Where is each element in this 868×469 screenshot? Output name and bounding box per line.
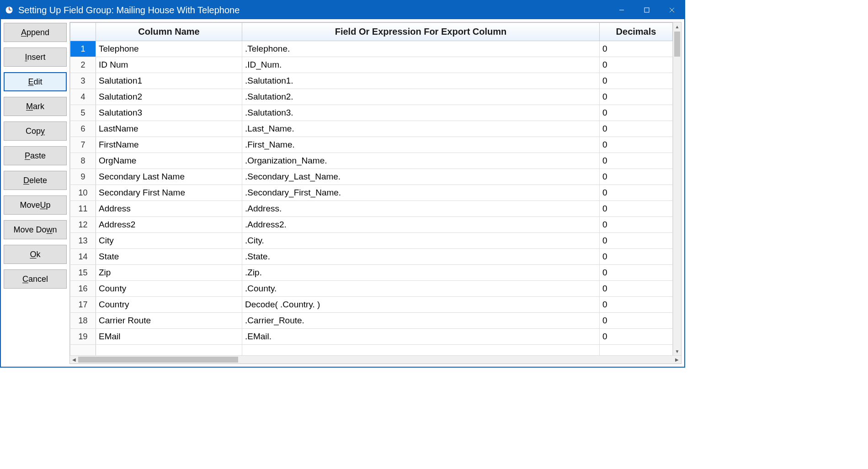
cell-expression[interactable]: .Salutation3.: [242, 105, 600, 121]
ok-button[interactable]: Ok: [4, 245, 67, 264]
table-row[interactable]: 6LastName.Last_Name.0: [70, 121, 673, 137]
horizontal-scrollbar[interactable]: ◀ ▶: [70, 355, 681, 364]
row-number[interactable]: 15: [70, 265, 96, 281]
mark-button[interactable]: Mark: [4, 97, 67, 116]
cell-expression[interactable]: .Secondary_First_Name.: [242, 185, 600, 201]
table-row[interactable]: 11Address.Address.0: [70, 201, 673, 217]
cancel-button[interactable]: Cancel: [4, 269, 67, 289]
close-button[interactable]: [659, 1, 684, 19]
paste-button[interactable]: Paste: [4, 146, 67, 165]
row-number[interactable]: 17: [70, 297, 96, 313]
row-number[interactable]: 14: [70, 249, 96, 265]
table-row[interactable]: 12Address2.Address2.0: [70, 217, 673, 233]
moveup-button[interactable]: Move Up: [4, 195, 67, 215]
row-number[interactable]: 5: [70, 105, 96, 121]
row-number[interactable]: 1: [70, 41, 96, 57]
table-row[interactable]: 17CountryDecode( .Country. )0: [70, 297, 673, 313]
table-row[interactable]: 10Secondary First Name.Secondary_First_N…: [70, 185, 673, 201]
header-expression[interactable]: Field Or Expression For Export Column: [242, 23, 600, 41]
cell-expression[interactable]: .Organization_Name.: [242, 153, 600, 169]
table-row[interactable]: 16County.County.0: [70, 281, 673, 297]
row-number[interactable]: 18: [70, 313, 96, 329]
cell-expression[interactable]: .City.: [242, 233, 600, 249]
cell-column-name[interactable]: Telephone: [96, 41, 242, 57]
cell-decimals[interactable]: 0: [600, 265, 673, 281]
minimize-button[interactable]: [609, 1, 634, 19]
table-row[interactable]: 19EMail.EMail.0: [70, 329, 673, 345]
header-rownum[interactable]: [70, 23, 96, 41]
row-number[interactable]: 12: [70, 217, 96, 233]
cell-column-name[interactable]: City: [96, 233, 242, 249]
cell-expression[interactable]: .Last_Name.: [242, 121, 600, 137]
table-row[interactable]: 5Salutation3.Salutation3.0: [70, 105, 673, 121]
cell-expression[interactable]: .Carrier_Route.: [242, 313, 600, 329]
cell-expression[interactable]: Decode( .Country. ): [242, 297, 600, 313]
cell-decimals[interactable]: 0: [600, 105, 673, 121]
empty-cell[interactable]: [600, 345, 673, 356]
append-button[interactable]: Append: [4, 23, 67, 42]
scroll-up-icon[interactable]: ▲: [673, 22, 681, 31]
cell-column-name[interactable]: Address: [96, 201, 242, 217]
titlebar[interactable]: Setting Up Field Group: Mailing House Wi…: [1, 1, 684, 19]
cell-expression[interactable]: .Zip.: [242, 265, 600, 281]
empty-cell[interactable]: [70, 345, 96, 356]
row-number[interactable]: 4: [70, 89, 96, 105]
table-row[interactable]: 8OrgName.Organization_Name.0: [70, 153, 673, 169]
maximize-button[interactable]: [634, 1, 659, 19]
cell-decimals[interactable]: 0: [600, 249, 673, 265]
table-row[interactable]: 14State.State.0: [70, 249, 673, 265]
row-number[interactable]: 6: [70, 121, 96, 137]
cell-expression[interactable]: .Address2.: [242, 217, 600, 233]
cell-column-name[interactable]: OrgName: [96, 153, 242, 169]
row-number[interactable]: 19: [70, 329, 96, 345]
row-number[interactable]: 2: [70, 57, 96, 73]
cell-expression[interactable]: .Telephone.: [242, 41, 600, 57]
cell-expression[interactable]: .First_Name.: [242, 137, 600, 153]
table-row[interactable]: 1Telephone.Telephone.0: [70, 41, 673, 57]
row-number[interactable]: 8: [70, 153, 96, 169]
header-column-name[interactable]: Column Name: [96, 23, 242, 41]
cell-decimals[interactable]: 0: [600, 57, 673, 73]
cell-column-name[interactable]: LastName: [96, 121, 242, 137]
cell-column-name[interactable]: Address2: [96, 217, 242, 233]
copy-button[interactable]: Copy: [4, 121, 67, 141]
cell-column-name[interactable]: Salutation1: [96, 73, 242, 89]
row-number[interactable]: 13: [70, 233, 96, 249]
insert-button[interactable]: Insert: [4, 47, 67, 67]
cell-expression[interactable]: .Salutation1.: [242, 73, 600, 89]
scroll-left-icon[interactable]: ◀: [70, 356, 78, 364]
cell-expression[interactable]: .County.: [242, 281, 600, 297]
cell-column-name[interactable]: Secondary Last Name: [96, 169, 242, 185]
table-row[interactable]: 9Secondary Last Name.Secondary_Last_Name…: [70, 169, 673, 185]
cell-decimals[interactable]: 0: [600, 281, 673, 297]
row-number[interactable]: 16: [70, 281, 96, 297]
table-row[interactable]: 15Zip.Zip.0: [70, 265, 673, 281]
cell-decimals[interactable]: 0: [600, 233, 673, 249]
table-row[interactable]: 4Salutation2.Salutation2.0: [70, 89, 673, 105]
cell-decimals[interactable]: 0: [600, 201, 673, 217]
table-row[interactable]: 18Carrier Route.Carrier_Route.0: [70, 313, 673, 329]
cell-expression[interactable]: .Secondary_Last_Name.: [242, 169, 600, 185]
cell-decimals[interactable]: 0: [600, 169, 673, 185]
vertical-scroll-thumb[interactable]: [674, 32, 680, 57]
header-decimals[interactable]: Decimals: [600, 23, 673, 41]
cell-column-name[interactable]: County: [96, 281, 242, 297]
cell-column-name[interactable]: Country: [96, 297, 242, 313]
cell-column-name[interactable]: State: [96, 249, 242, 265]
vertical-scrollbar[interactable]: ▲ ▼: [673, 22, 681, 355]
cell-expression[interactable]: .Address.: [242, 201, 600, 217]
cell-decimals[interactable]: 0: [600, 89, 673, 105]
cell-column-name[interactable]: Carrier Route: [96, 313, 242, 329]
table-row-empty[interactable]: [70, 345, 673, 356]
row-number[interactable]: 11: [70, 201, 96, 217]
scroll-down-icon[interactable]: ▼: [673, 347, 681, 355]
cell-column-name[interactable]: EMail: [96, 329, 242, 345]
cell-column-name[interactable]: ID Num: [96, 57, 242, 73]
cell-decimals[interactable]: 0: [600, 121, 673, 137]
cell-decimals[interactable]: 0: [600, 41, 673, 57]
row-number[interactable]: 10: [70, 185, 96, 201]
row-number[interactable]: 9: [70, 169, 96, 185]
horizontal-scroll-thumb[interactable]: [78, 357, 238, 363]
table-row[interactable]: 2ID Num.ID_Num.0: [70, 57, 673, 73]
cell-column-name[interactable]: FirstName: [96, 137, 242, 153]
